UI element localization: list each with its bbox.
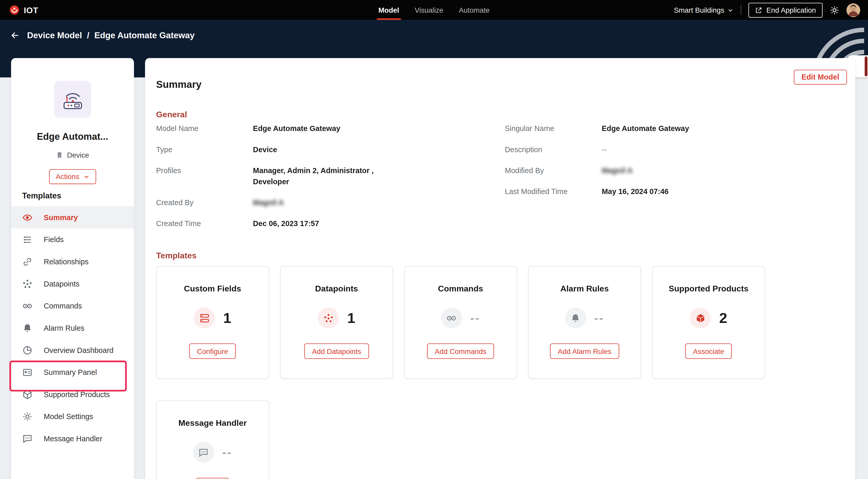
iot-logo[interactable]: IOT: [9, 4, 38, 15]
tab-model[interactable]: Model: [378, 0, 399, 20]
field-modified-by: Modified By Magnil A: [505, 165, 843, 176]
scrollbar-thumb[interactable]: [865, 56, 867, 76]
card-stat: 2: [653, 307, 764, 329]
device-type-icon: [56, 151, 63, 159]
field-label: Model Name: [156, 123, 253, 134]
configure-button[interactable]: Configure: [189, 343, 236, 359]
card-stat: 1: [157, 307, 269, 329]
sidebar-item-label: Overview Dashboard: [44, 346, 114, 354]
field-value: Manager, Admin 2, Administrator , Develo…: [253, 165, 391, 187]
field-label: Profiles: [156, 165, 253, 176]
edit-model-button[interactable]: Edit Model: [794, 70, 847, 85]
sidebar-item-label: Model Settings: [44, 412, 93, 421]
top-navbar: IOT Model Visualize Automate Smart Build…: [0, 0, 868, 20]
commands-icon: [22, 301, 33, 311]
associate-button[interactable]: Associate: [685, 343, 732, 359]
sidebar-item-alarm-rules[interactable]: Alarm Rules: [11, 317, 134, 339]
add-alarm-rules-button[interactable]: Add Alarm Rules: [550, 343, 619, 359]
sidebar-item-overview-dashboard[interactable]: Overview Dashboard: [11, 339, 134, 361]
tab-automate-label: Automate: [459, 6, 490, 14]
card-count: 1: [223, 310, 231, 327]
field-label: Created Time: [156, 218, 253, 230]
card-supported-products: Supported Products 2 Associate: [652, 266, 765, 379]
field-label: Description: [505, 144, 602, 156]
card-title: Custom Fields: [157, 284, 269, 293]
card-stat: --: [405, 307, 517, 329]
datapoints-icon: [318, 307, 339, 329]
custom-fields-icon: [194, 307, 215, 329]
message-handler-button[interactable]: [196, 478, 229, 479]
field-profiles: Profiles Manager, Admin 2, Administrator…: [156, 165, 494, 187]
sidebar-item-supported-products[interactable]: Supported Products: [11, 383, 134, 405]
card-custom-fields: Custom Fields 1 Configure: [156, 266, 269, 379]
sidebar-item-label: Supported Products: [44, 390, 110, 399]
field-value-redacted: Magnil A: [602, 165, 633, 176]
breadcrumb-section[interactable]: Device Model: [27, 31, 82, 41]
field-value: Dec 06, 2023 17:57: [253, 218, 319, 230]
chevron-down-icon: [83, 174, 90, 180]
field-singular-name: Singular Name Edge Automate Gateway: [505, 123, 843, 134]
field-value: --: [602, 144, 607, 156]
chevron-down-icon: [727, 7, 734, 13]
sidebar-item-label: Commands: [44, 302, 82, 310]
tab-automate[interactable]: Automate: [459, 0, 490, 20]
settings-gear-icon[interactable]: [830, 5, 839, 14]
card-title: Datapoints: [281, 284, 392, 293]
templates-heading: Templates: [22, 192, 61, 200]
card-message-handler: Message Handler --: [156, 401, 269, 479]
active-tab-underline: [377, 18, 401, 20]
back-arrow-icon: [10, 31, 20, 41]
sidebar-item-fields[interactable]: Fields: [11, 228, 134, 251]
actions-button[interactable]: Actions: [49, 169, 96, 184]
sidebar-item-datapoints[interactable]: Datapoints: [11, 273, 134, 295]
sidebar-item-relationships[interactable]: Relationships: [11, 251, 134, 273]
nav-divider: [741, 5, 742, 15]
message-icon: [22, 433, 33, 444]
card-count: --: [594, 311, 604, 324]
datapoints-icon: [22, 278, 33, 289]
sidebar-item-message-handler[interactable]: Message Handler: [11, 427, 134, 450]
field-label: Last Modified Time: [505, 186, 602, 197]
card-count: 2: [719, 310, 727, 327]
field-value: Device: [253, 144, 277, 156]
page-scrollbar[interactable]: [864, 20, 868, 479]
device-model-sidebar: Edge Automat... Device Actions Templates…: [11, 58, 134, 479]
sidebar-item-summary-panel[interactable]: Summary Panel: [11, 361, 134, 383]
card-count: 1: [347, 310, 355, 327]
field-last-modified-time: Last Modified Time May 16, 2024 07:46: [505, 186, 843, 197]
field-value-redacted: Magnil A: [253, 197, 284, 208]
tab-model-label: Model: [378, 6, 399, 14]
sidebar-item-label: Message Handler: [44, 434, 102, 443]
gateway-illustration: [57, 84, 88, 115]
field-label: Created By: [156, 197, 253, 208]
tab-visualize[interactable]: Visualize: [414, 0, 443, 20]
org-selector[interactable]: Smart Buildings: [674, 6, 734, 14]
sidebar-item-label: Fields: [44, 235, 64, 244]
add-datapoints-button[interactable]: Add Datapoints: [304, 343, 369, 359]
templates-section-heading: Templates: [156, 251, 196, 260]
field-label: Type: [156, 144, 253, 156]
user-avatar[interactable]: [846, 3, 861, 17]
breadcrumb: Device Model / Edge Automate Gateway: [27, 31, 195, 41]
card-stat: --: [157, 442, 269, 463]
sidebar-item-model-settings[interactable]: Model Settings: [11, 405, 134, 427]
card-stat: 1: [281, 307, 392, 329]
summary-main-panel: Summary Edit Model General Model Name Ed…: [145, 58, 855, 479]
actions-button-label: Actions: [56, 173, 79, 181]
add-commands-button[interactable]: Add Commands: [427, 343, 494, 359]
card-title: Commands: [405, 284, 517, 293]
sidebar-item-commands[interactable]: Commands: [11, 295, 134, 317]
end-application-button[interactable]: End Application: [748, 3, 823, 18]
field-type: Type Device: [156, 144, 494, 156]
app-root: IOT Model Visualize Automate Smart Build…: [0, 0, 868, 479]
field-value: Edge Automate Gateway: [602, 123, 689, 134]
sidebar-item-summary[interactable]: Summary: [11, 206, 134, 228]
back-button[interactable]: [10, 31, 20, 41]
eye-icon: [22, 212, 33, 223]
device-type-label: Device: [67, 151, 89, 159]
field-label: Singular Name: [505, 123, 602, 134]
device-type-row: Device: [11, 151, 134, 159]
field-description: Description --: [505, 144, 843, 156]
general-right-column: Singular Name Edge Automate Gateway Desc…: [505, 123, 843, 197]
card-count: --: [470, 311, 480, 324]
